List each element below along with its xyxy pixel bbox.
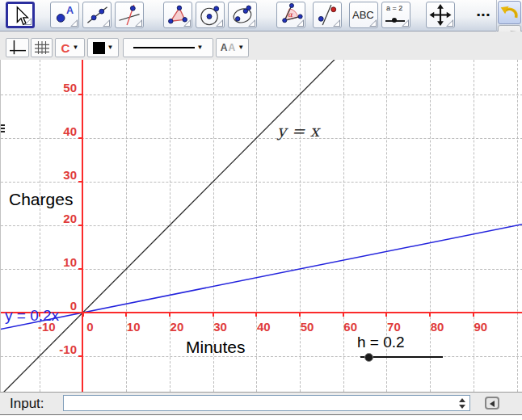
color-picker-button[interactable]: ▼ (87, 38, 119, 57)
tool-polygon-button[interactable] (163, 2, 192, 28)
y-tick-label: 10 (63, 255, 77, 270)
y-tick-label: 0 (70, 299, 77, 313)
style-bar: C ▼ ▼ ▼ A A ▼ (0, 32, 522, 61)
x-tick-label: 60 (343, 320, 357, 334)
text-size-button[interactable]: A A ▼ (216, 38, 249, 57)
x-tick-label: 40 (257, 320, 271, 334)
axes-icon (9, 40, 27, 56)
input-help-button[interactable] (485, 397, 499, 410)
tool-ellipse-button[interactable] (228, 2, 257, 28)
line-style-button[interactable]: ▼ (123, 38, 213, 57)
slider-knob[interactable] (364, 353, 373, 362)
line-label-y-equals-x[interactable]: y = x (277, 121, 319, 141)
toolbar-overflow-button[interactable]: ... (472, 2, 495, 26)
tool-circle-button[interactable] (196, 2, 225, 28)
grid-icon (34, 40, 50, 55)
x-axis (1, 312, 522, 313)
slider-tool-icon-dot (392, 18, 397, 23)
text-size-icon: A (221, 42, 228, 53)
x-tick-label: 30 (213, 320, 227, 334)
tool-text-button[interactable]: ABC (349, 2, 378, 28)
y-tick-label: 50 (63, 81, 77, 95)
input-label: Input: (10, 396, 44, 412)
algebra-input[interactable] (63, 395, 470, 411)
toggle-grid-button[interactable] (31, 38, 53, 57)
y-axis (82, 60, 83, 392)
panel-splitter-handle[interactable] (1, 124, 5, 132)
y-tick-label: 20 (63, 212, 77, 226)
svg-text:A: A (66, 5, 74, 16)
x-tick-label: 90 (474, 320, 487, 334)
function-lines-layer (1, 60, 522, 392)
x-tick-label: -10 (38, 320, 56, 334)
tool-move-button[interactable] (6, 2, 35, 28)
dropdown-arrow-icon: ▼ (238, 44, 244, 51)
line-style-icon (133, 47, 195, 48)
tool-move-view-button[interactable] (426, 2, 455, 28)
plotted-line[interactable] (1, 60, 522, 392)
y-axis-title[interactable]: Charges (9, 190, 73, 209)
tool-reflect-button[interactable] (313, 2, 342, 28)
dropdown-arrow-icon: ▼ (107, 44, 114, 51)
input-bar: Input: (0, 392, 522, 415)
x-tick-label: 0 (86, 320, 93, 334)
dropdown-arrow-icon: ▼ (72, 44, 78, 51)
tool-angle-button[interactable]: α (276, 2, 305, 28)
x-tick-label: 50 (301, 320, 314, 334)
x-tick-label: 10 (127, 320, 141, 334)
spinner-down-icon[interactable] (459, 405, 465, 409)
dropdown-arrow-icon: ▼ (197, 44, 204, 51)
tool-slider-button[interactable]: a = 2 (381, 2, 410, 28)
tool-perpendicular-line-button[interactable] (115, 2, 144, 28)
magnet-icon: C (61, 42, 70, 54)
input-history-spinner[interactable] (459, 398, 465, 409)
tool-line-button[interactable] (82, 2, 112, 28)
undo-arrow-icon (499, 2, 520, 23)
geogebra-window: A (0, 0, 522, 420)
left-triangle-icon (490, 401, 495, 407)
x-tick-label: 80 (431, 320, 444, 334)
y-tick-label: 40 (63, 124, 77, 139)
undo-button[interactable] (498, 1, 521, 24)
slider-label[interactable]: h = 0.2 (357, 334, 405, 351)
tool-point-button[interactable]: A (50, 2, 79, 28)
point-capturing-button[interactable]: C ▼ (55, 38, 85, 57)
x-tick-label: 70 (387, 320, 401, 334)
slider-tool-icon-text: a = 2 (386, 4, 402, 12)
color-swatch-black (93, 42, 105, 54)
y-tick-label: -10 (59, 342, 77, 357)
toolbar: A (0, 0, 522, 32)
x-axis-title[interactable]: Minutes (186, 338, 246, 357)
spinner-up-icon[interactable] (459, 398, 465, 402)
y-tick-label: 30 (63, 168, 77, 183)
toggle-axes-button[interactable] (6, 38, 29, 57)
x-tick-label: 20 (170, 320, 184, 334)
graphics-view[interactable]: Charges Minutes y = x y = 0.2x h = 0.2 -… (0, 60, 522, 392)
